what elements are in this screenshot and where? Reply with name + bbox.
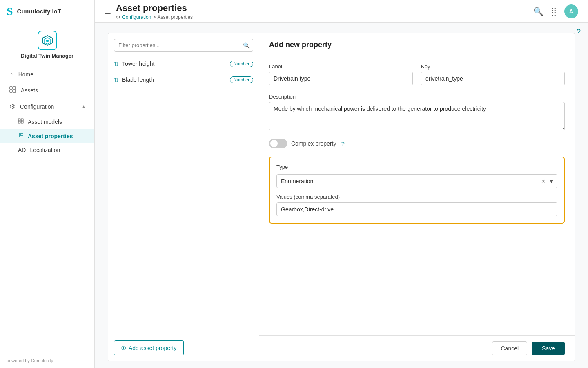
description-textarea[interactable]: Mode by which mechanical power is delive… <box>269 102 565 130</box>
toggle-slider <box>269 139 287 148</box>
right-panel: Add new property Label Key <box>259 33 575 361</box>
cancel-button[interactable]: Cancel <box>492 341 527 355</box>
main-area: ☰ Asset properties ⚙ Configuration > Ass… <box>95 0 588 368</box>
svg-rect-7 <box>18 119 20 121</box>
page-title: Asset properties <box>116 3 193 13</box>
form-area: Label Key Description Mode by which m <box>259 55 575 335</box>
complex-property-row: Complex property ? <box>269 139 565 148</box>
list-item[interactable]: ⇅ Tower height Number <box>108 56 259 72</box>
search-icon[interactable]: 🔍 <box>533 7 543 16</box>
sidebar-item-configuration[interactable]: ⚙ Configuration ▲ <box>0 99 94 114</box>
prop-name: Tower height <box>122 61 154 67</box>
localization-icon: AD <box>18 147 26 153</box>
hamburger-icon[interactable]: ☰ <box>105 7 111 16</box>
content-area: ? 🔍 ⇅ Tower height <box>95 23 588 368</box>
sidebar-home-label: Home <box>18 71 33 78</box>
property-list: ⇅ Tower height Number ⇅ Blade length Num… <box>108 56 259 334</box>
panels: 🔍 ⇅ Tower height Number <box>108 33 575 361</box>
prop-name: Blade length <box>122 76 154 83</box>
label-key-row: Label Key <box>269 63 565 85</box>
prop-icon: ⇅ <box>114 76 119 83</box>
module-icon <box>38 31 57 50</box>
values-label: Values (comma separated) <box>276 194 557 200</box>
label-field-label: Label <box>269 63 413 70</box>
svg-rect-3 <box>10 87 12 89</box>
prop-item-left: ⇅ Blade length <box>114 76 154 83</box>
svg-rect-4 <box>13 87 16 89</box>
select-clear-icon[interactable]: ✕ <box>541 178 546 184</box>
breadcrumb: ⚙ Configuration > Asset properties <box>116 14 193 20</box>
help-icon-top[interactable]: ? <box>577 28 581 36</box>
app-name: Cumulocity IoT <box>17 8 61 15</box>
type-select-wrap: Enumeration Number Text Boolean Date ✕ ▼ <box>276 174 557 188</box>
topbar: ☰ Asset properties ⚙ Configuration > Ass… <box>95 0 588 23</box>
asset-models-icon <box>18 118 24 125</box>
sidebar-assets-label: Assets <box>21 87 38 94</box>
complex-property-help-icon[interactable]: ? <box>341 140 345 147</box>
topbar-title-group: Asset properties ⚙ Configuration > Asset… <box>116 3 193 20</box>
type-select[interactable]: Enumeration Number Text Boolean Date <box>276 174 557 188</box>
add-property-label: Add asset property <box>129 345 177 351</box>
left-panel-footer: ⊕ Add asset property <box>108 334 259 361</box>
asset-props-icon <box>18 132 24 139</box>
key-group: Key <box>421 63 565 85</box>
filter-bar: 🔍 <box>108 33 259 56</box>
sidebar-localization-label: Localization <box>30 147 60 153</box>
plus-icon: ⊕ <box>121 344 126 352</box>
sidebar: S Cumulocity IoT Digital Twin Manager ⌂ … <box>0 0 95 368</box>
sidebar-subitem-localization[interactable]: AD Localization <box>0 143 94 157</box>
topbar-left: ☰ Asset properties ⚙ Configuration > Ass… <box>105 3 193 20</box>
list-item[interactable]: ⇅ Blade length Number <box>108 72 259 88</box>
sidebar-item-assets[interactable]: Assets <box>0 82 94 99</box>
prop-icon: ⇅ <box>114 61 119 67</box>
svg-rect-9 <box>18 121 20 123</box>
avatar[interactable]: A <box>564 4 578 18</box>
values-input[interactable] <box>276 202 557 216</box>
panels-wrapper: 🔍 ⇅ Tower height Number <box>95 23 588 368</box>
right-panel-footer: Cancel Save <box>259 335 575 361</box>
breadcrumb-config-link[interactable]: Configuration <box>122 14 151 20</box>
sidebar-asset-models-label: Asset models <box>28 119 62 125</box>
key-field-label: Key <box>421 63 565 70</box>
prop-item-left: ⇅ Tower height <box>114 61 154 67</box>
chevron-up-icon: ▲ <box>81 104 86 110</box>
label-group: Label <box>269 63 413 85</box>
sidebar-item-home[interactable]: ⌂ Home <box>0 67 94 82</box>
right-panel-title: Add new property <box>269 40 332 49</box>
type-section: Type Enumeration Number Text Boolean Dat… <box>269 157 565 224</box>
svg-rect-6 <box>13 90 16 92</box>
save-button[interactable]: Save <box>532 342 565 355</box>
add-asset-property-button[interactable]: ⊕ Add asset property <box>114 340 184 355</box>
home-icon: ⌂ <box>9 71 13 78</box>
logo-letter: S <box>7 6 13 17</box>
sidebar-subitem-asset-models[interactable]: Asset models <box>0 114 94 129</box>
filter-input[interactable] <box>114 39 253 52</box>
topbar-right: 🔍 ⣿ A <box>533 4 578 18</box>
sidebar-logo: S Cumulocity IoT <box>0 0 94 23</box>
svg-rect-8 <box>21 119 23 121</box>
sidebar-config-label: Configuration <box>20 103 54 110</box>
prop-type-badge: Number <box>230 61 253 67</box>
gear-breadcrumb-icon: ⚙ <box>116 14 120 20</box>
complex-property-toggle[interactable] <box>269 139 287 148</box>
assets-icon <box>9 86 16 94</box>
config-icon: ⚙ <box>9 103 15 110</box>
type-section-label: Type <box>276 164 557 170</box>
sidebar-asset-props-label: Asset properties <box>28 133 73 139</box>
module-name: Digital Twin Manager <box>21 53 74 59</box>
key-input[interactable] <box>421 72 565 85</box>
right-panel-header: Add new property <box>259 33 575 55</box>
sidebar-subitem-asset-properties[interactable]: Asset properties <box>0 129 94 143</box>
svg-rect-5 <box>10 90 12 92</box>
powered-by-text: powered by Cumulocity <box>7 358 53 363</box>
label-input[interactable] <box>269 72 413 85</box>
breadcrumb-separator: > <box>153 14 156 20</box>
prop-type-badge: Number <box>230 76 253 83</box>
grid-icon[interactable]: ⣿ <box>551 7 557 16</box>
description-group: Description Mode by which mechanical pow… <box>269 94 565 130</box>
description-label: Description <box>269 94 565 100</box>
svg-rect-10 <box>21 121 23 123</box>
filter-input-wrap: 🔍 <box>114 39 253 52</box>
breadcrumb-current: Asset properties <box>157 14 193 20</box>
sidebar-nav: ⌂ Home Assets ⚙ Configuration ▲ <box>0 63 94 353</box>
